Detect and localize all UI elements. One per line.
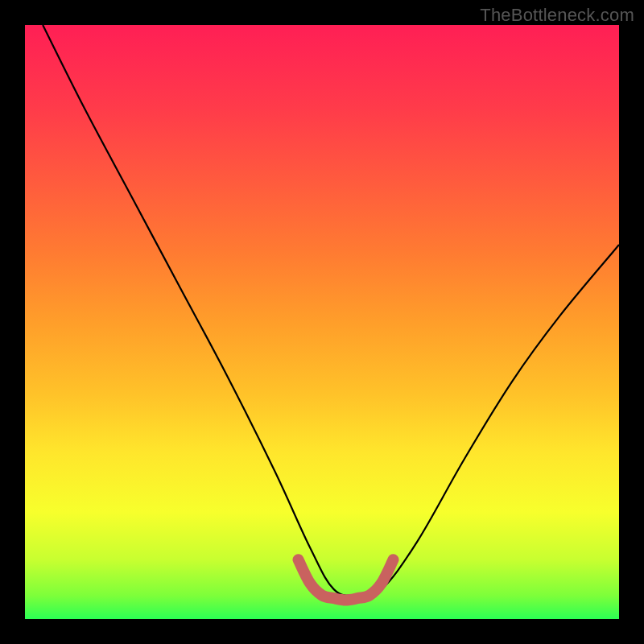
chart-frame-right: [619, 0, 644, 644]
bottleneck-curve-path: [43, 25, 619, 596]
chart-svg: [25, 25, 619, 619]
chart-frame-left: [0, 0, 25, 644]
chart-frame-bottom: [0, 619, 644, 644]
sweet-spot-highlight-path: [298, 559, 393, 600]
watermark-label: TheBottleneck.com: [480, 5, 634, 26]
